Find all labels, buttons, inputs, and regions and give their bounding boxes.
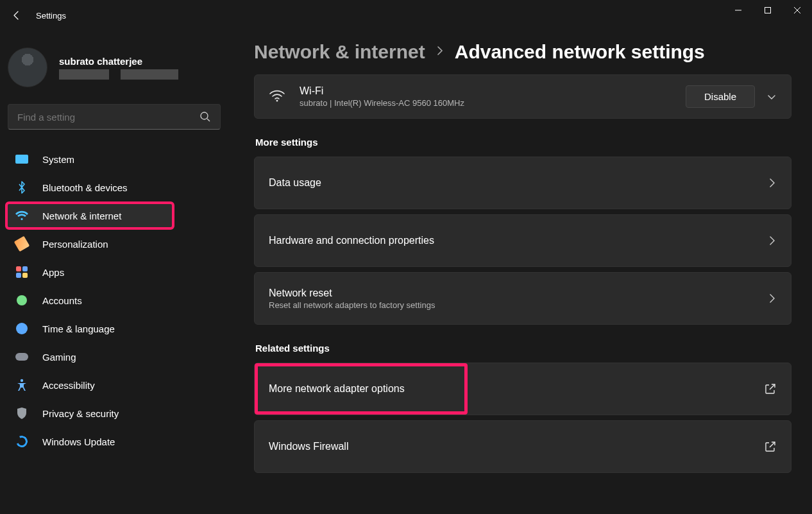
sidebar-item-label: Accessibility — [42, 380, 95, 391]
row-title: More network adapter options — [269, 383, 405, 395]
gaming-icon — [15, 350, 28, 363]
sidebar-item-personalization[interactable]: Personalization — [6, 231, 224, 257]
search-field[interactable] — [17, 112, 199, 123]
related-settings-header: Related settings — [255, 343, 791, 354]
svg-point-4 — [201, 112, 208, 119]
avatar — [8, 47, 47, 87]
accounts-icon — [15, 294, 28, 307]
chevron-right-icon — [768, 294, 777, 303]
shield-icon — [15, 407, 28, 420]
window-title: Settings — [36, 11, 66, 21]
sidebar-item-label: Personalization — [42, 239, 108, 250]
external-link-icon — [764, 440, 777, 453]
search-icon — [199, 111, 211, 123]
accessibility-icon — [15, 379, 28, 391]
svg-rect-1 — [765, 8, 771, 13]
wifi-title: Wi-Fi — [300, 85, 464, 97]
sidebar-item-label: Privacy & security — [42, 408, 119, 419]
svg-point-6 — [21, 379, 23, 382]
wifi-detail: subrato | Intel(R) Wireless-AC 9560 160M… — [300, 98, 464, 108]
clock-icon — [15, 322, 28, 335]
sidebar-item-privacy[interactable]: Privacy & security — [6, 400, 224, 426]
back-button[interactable] — [12, 10, 22, 21]
row-data-usage[interactable]: Data usage — [254, 157, 791, 209]
row-network-reset[interactable]: Network reset Reset all network adapters… — [254, 272, 791, 325]
wifi-icon — [15, 209, 28, 222]
row-title: Windows Firewall — [269, 441, 348, 452]
sidebar-nav: System Bluetooth & devices Network & int… — [6, 146, 224, 454]
page-title: Advanced network settings — [455, 41, 705, 63]
sidebar-item-label: Accounts — [42, 295, 82, 306]
search-input[interactable] — [8, 104, 221, 130]
personalization-icon — [15, 237, 28, 250]
row-subtitle: Reset all network adapters to factory se… — [269, 300, 435, 310]
minimize-button[interactable] — [723, 0, 753, 21]
window-controls — [723, 0, 812, 21]
main-content: Network & internet Advanced network sett… — [254, 41, 791, 514]
row-title: Hardware and connection properties — [269, 235, 434, 246]
sidebar-item-windows-update[interactable]: Windows Update — [6, 429, 224, 454]
disable-button[interactable]: Disable — [686, 85, 755, 108]
profile-name: subrato chatterjee — [59, 56, 178, 67]
sidebar-item-network[interactable]: Network & internet — [6, 203, 173, 228]
breadcrumb: Network & internet Advanced network sett… — [254, 41, 791, 63]
profile-subtext — [59, 69, 178, 80]
sidebar-item-label: Bluetooth & devices — [42, 182, 128, 193]
sidebar-item-accounts[interactable]: Accounts — [6, 287, 224, 313]
sidebar-item-bluetooth[interactable]: Bluetooth & devices — [6, 175, 224, 200]
sidebar-item-apps[interactable]: Apps — [6, 259, 224, 285]
sidebar-item-label: Network & internet — [42, 210, 121, 221]
svg-line-5 — [207, 119, 210, 121]
sidebar-item-system[interactable]: System — [6, 146, 224, 172]
sidebar-item-label: System — [42, 154, 74, 165]
row-title: Data usage — [269, 177, 321, 189]
sidebar-item-label: Gaming — [42, 352, 76, 363]
close-button[interactable] — [782, 0, 812, 21]
maximize-button[interactable] — [753, 0, 782, 21]
profile-block[interactable]: subrato chatterjee — [6, 47, 224, 87]
apps-icon — [15, 266, 28, 278]
sidebar-item-accessibility[interactable]: Accessibility — [6, 372, 224, 398]
external-link-icon — [764, 382, 777, 395]
sidebar-item-label: Apps — [42, 267, 64, 278]
row-more-adapter-options[interactable]: More network adapter options — [254, 363, 791, 415]
more-settings-header: More settings — [255, 137, 791, 148]
sidebar-item-label: Time & language — [42, 323, 115, 334]
chevron-right-icon — [436, 46, 444, 58]
update-icon — [15, 435, 28, 448]
sidebar-item-label: Windows Update — [42, 436, 115, 447]
system-icon — [15, 153, 28, 166]
wifi-icon — [269, 89, 285, 105]
sidebar: subrato chatterjee System Bluetooth & de… — [0, 31, 231, 514]
chevron-down-icon[interactable] — [766, 92, 777, 102]
row-windows-firewall[interactable]: Windows Firewall — [254, 420, 791, 473]
chevron-right-icon — [768, 178, 777, 187]
wifi-adapter-card[interactable]: Wi-Fi subrato | Intel(R) Wireless-AC 956… — [254, 74, 791, 119]
row-hardware-properties[interactable]: Hardware and connection properties — [254, 214, 791, 267]
bluetooth-icon — [15, 181, 28, 194]
sidebar-item-time-language[interactable]: Time & language — [6, 316, 224, 341]
chevron-right-icon — [768, 236, 777, 245]
titlebar: Settings — [0, 0, 812, 31]
row-title: Network reset — [269, 287, 435, 299]
sidebar-item-gaming[interactable]: Gaming — [6, 344, 224, 370]
breadcrumb-parent[interactable]: Network & internet — [254, 41, 425, 63]
svg-point-7 — [276, 99, 278, 101]
